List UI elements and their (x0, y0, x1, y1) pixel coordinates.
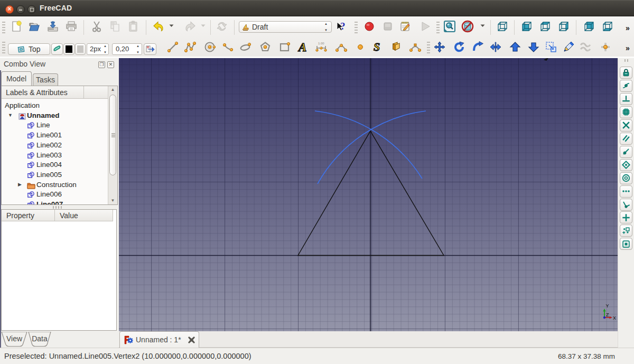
svg-text:Z: Z (606, 312, 609, 318)
svg-text:A: A (297, 41, 306, 53)
svg-text:Y: Y (606, 303, 609, 309)
svg-text:S: S (374, 41, 380, 53)
svg-text:X: X (613, 315, 616, 321)
svg-text:1.00: 1.00 (318, 42, 324, 45)
